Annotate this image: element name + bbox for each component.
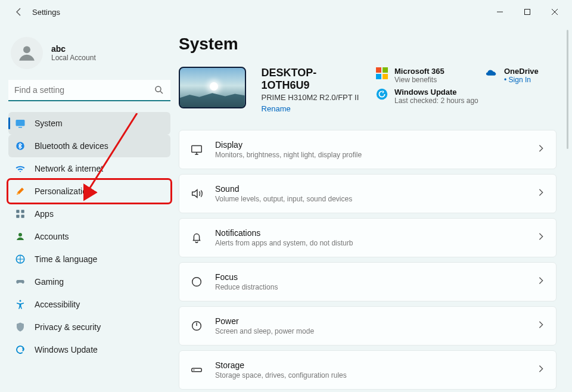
minimize-icon xyxy=(496,8,503,15)
apps-icon xyxy=(14,208,26,220)
card-title: Notifications xyxy=(215,228,353,238)
account-block[interactable]: abc Local Account xyxy=(11,37,170,69)
sidebar-item-label: Gaming xyxy=(35,277,64,287)
card-title: Display xyxy=(215,140,362,150)
sidebar-item-windows-update[interactable]: Windows Update xyxy=(8,338,170,361)
svg-rect-0 xyxy=(525,10,530,15)
service-onedrive[interactable]: OneDrive• Sign In xyxy=(485,67,568,84)
chevron-right-icon xyxy=(537,321,545,331)
card-display[interactable]: DisplayMonitors, brightness, night light… xyxy=(179,130,557,169)
card-sound[interactable]: SoundVolume levels, output, input, sound… xyxy=(179,174,557,213)
onedrive-icon xyxy=(485,67,498,80)
chevron-right-icon xyxy=(537,144,545,155)
sidebar-item-label: System xyxy=(35,119,63,128)
chevron-right-icon xyxy=(537,365,545,375)
avatar xyxy=(11,37,43,69)
service-title: Microsoft 365 xyxy=(394,67,444,76)
card-title: Storage xyxy=(215,360,347,370)
paint-icon xyxy=(14,185,26,197)
accessibility-icon xyxy=(14,298,26,310)
sidebar-item-label: Network & internet xyxy=(35,164,103,173)
svg-rect-18 xyxy=(192,146,202,153)
card-sub: Reduce distractions xyxy=(215,283,278,291)
search-icon xyxy=(154,85,164,98)
chevron-right-icon xyxy=(537,188,545,199)
sidebar-item-label: Privacy & security xyxy=(35,322,101,332)
windows-update-icon xyxy=(375,88,388,101)
minimize-button[interactable] xyxy=(486,2,514,21)
gamepad-icon xyxy=(14,276,26,288)
bluetooth-icon xyxy=(14,140,26,152)
card-storage[interactable]: StorageStorage space, drives, configurat… xyxy=(179,350,557,390)
svg-point-22 xyxy=(194,369,195,371)
service-sub[interactable]: • Sign In xyxy=(504,76,539,84)
svg-point-19 xyxy=(192,278,201,287)
focus-icon xyxy=(190,275,203,288)
card-sub: Screen and sleep, power mode xyxy=(215,327,314,335)
sidebar-item-label: Bluetooth & devices xyxy=(35,141,108,151)
person-icon xyxy=(17,43,37,63)
sidebar-item-time[interactable]: Time & language xyxy=(8,248,170,270)
display-icon xyxy=(190,143,203,156)
sidebar-item-accessibility[interactable]: Accessibility xyxy=(8,293,170,316)
card-title: Sound xyxy=(215,184,352,194)
svg-rect-16 xyxy=(383,74,388,79)
card-title: Power xyxy=(215,316,314,326)
account-type: Local Account xyxy=(51,54,96,62)
sidebar-item-label: Accessibility xyxy=(35,300,80,309)
device-info: DESKTOP-1OTH6U9 PRIME H310M2 R2.0/FPT II… xyxy=(262,67,360,113)
sidebar-item-label: Windows Update xyxy=(35,345,98,354)
sound-icon xyxy=(190,187,203,200)
card-sub: Alerts from apps and system, do not dist… xyxy=(215,239,353,247)
svg-point-1 xyxy=(23,46,30,53)
svg-point-17 xyxy=(377,89,387,99)
svg-rect-15 xyxy=(376,74,381,79)
window-title: Settings xyxy=(32,8,60,17)
main-panel: System DESKTOP-1OTH6U9 PRIME H310M2 R2.0… xyxy=(179,24,572,392)
search-input[interactable] xyxy=(8,80,170,101)
sidebar-item-accounts[interactable]: Accounts xyxy=(8,225,170,248)
svg-rect-14 xyxy=(383,67,388,73)
maximize-icon xyxy=(524,8,531,15)
bell-icon xyxy=(190,231,203,244)
svg-rect-21 xyxy=(192,368,202,372)
sidebar-item-label: Accounts xyxy=(35,232,69,241)
sidebar-item-network[interactable]: Network & internet xyxy=(8,157,170,180)
service-title: OneDrive xyxy=(504,67,539,76)
sidebar-item-apps[interactable]: Apps xyxy=(8,203,170,225)
service-windows-update[interactable]: Windows UpdateLast checked: 2 hours ago xyxy=(375,88,568,105)
back-button[interactable] xyxy=(12,5,26,19)
sidebar-item-bluetooth[interactable]: Bluetooth & devices xyxy=(8,135,170,157)
maximize-button[interactable] xyxy=(514,2,541,21)
search-box[interactable] xyxy=(8,80,170,101)
chevron-right-icon xyxy=(537,232,545,243)
svg-rect-8 xyxy=(16,215,19,218)
account-name: abc xyxy=(51,44,96,54)
device-model: PRIME H310M2 R2.0/FPT II xyxy=(262,93,360,102)
rename-link[interactable]: Rename xyxy=(262,104,360,113)
sidebar-item-label: Personalization xyxy=(35,186,92,196)
sidebar-item-label: Time & language xyxy=(35,254,97,264)
card-power[interactable]: PowerScreen and sleep, power mode xyxy=(179,306,557,346)
wifi-icon xyxy=(14,163,26,175)
svg-rect-7 xyxy=(21,210,24,213)
card-notifications[interactable]: NotificationsAlerts from apps and system… xyxy=(179,218,557,257)
service-title: Windows Update xyxy=(394,88,478,97)
svg-rect-13 xyxy=(376,67,381,73)
sidebar-item-privacy[interactable]: Privacy & security xyxy=(8,316,170,338)
card-focus[interactable]: FocusReduce distractions xyxy=(179,262,557,301)
wallpaper-thumbnail[interactable] xyxy=(179,67,246,108)
sidebar-item-personalization[interactable]: Personalization xyxy=(8,180,170,203)
scrollbar[interactable] xyxy=(567,30,568,149)
sidebar-item-system[interactable]: System xyxy=(8,112,170,135)
close-icon xyxy=(551,8,558,15)
chevron-right-icon xyxy=(537,276,545,287)
power-icon xyxy=(190,319,203,332)
nav-list: System Bluetooth & devices Network & int… xyxy=(8,112,170,361)
service-microsoft365[interactable]: Microsoft 365View benefits xyxy=(375,67,471,84)
page-title: System xyxy=(179,35,568,54)
card-title: Focus xyxy=(215,272,278,282)
service-sub: Last checked: 2 hours ago xyxy=(394,97,478,105)
close-button[interactable] xyxy=(541,2,568,21)
sidebar-item-gaming[interactable]: Gaming xyxy=(8,270,170,293)
